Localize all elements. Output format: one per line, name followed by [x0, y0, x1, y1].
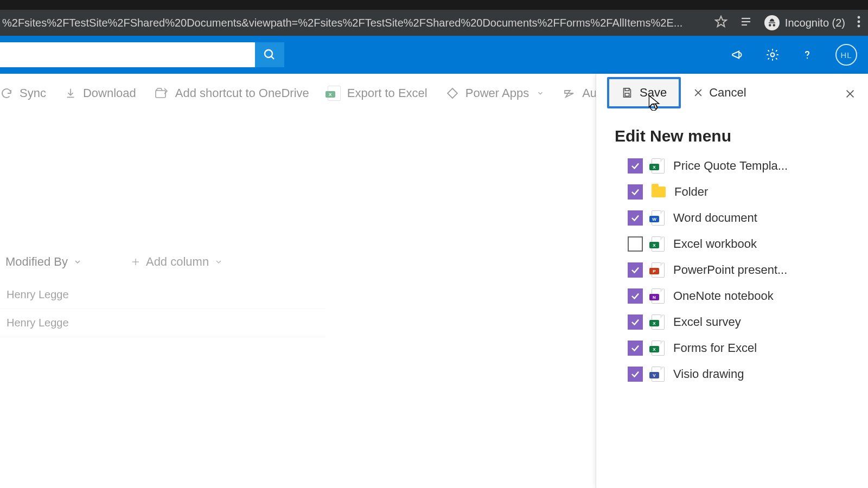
svg-rect-11	[156, 91, 165, 98]
checkbox[interactable]	[628, 210, 643, 226]
menu-item[interactable]: XPrice Quote Templa...	[628, 158, 852, 174]
checkbox[interactable]	[628, 341, 643, 356]
excel-icon: X	[652, 236, 665, 252]
close-icon	[844, 88, 856, 100]
menu-item[interactable]: VVisio drawing	[628, 367, 852, 382]
browser-address-bar: %2Fsites%2FTestSite%2FShared%20Documents…	[0, 10, 868, 36]
help-icon[interactable]	[795, 43, 819, 67]
menu-item-label: Word document	[673, 211, 757, 225]
menu-item-label: Visio drawing	[673, 367, 744, 381]
search-container	[0, 42, 284, 67]
page-content: Sync Download Add shortcut to OneDrive X…	[0, 74, 868, 488]
menu-item-label: PowerPoint present...	[673, 263, 787, 277]
cancel-icon	[693, 87, 704, 98]
browser-menu-icon[interactable]	[857, 16, 860, 30]
excel-icon: X	[652, 341, 665, 356]
menu-item-list: XPrice Quote Templa...FolderWWord docume…	[596, 158, 868, 382]
excel-icon: X	[328, 86, 341, 101]
suite-navigation-bar: HL	[0, 36, 868, 74]
ppt-icon: P	[652, 262, 665, 278]
menu-item[interactable]: XExcel workbook	[628, 236, 852, 252]
table-row[interactable]: Henry Legge	[0, 281, 326, 309]
menu-item[interactable]: NOneNote notebook	[628, 288, 852, 304]
menu-item-label: OneNote notebook	[673, 289, 774, 303]
svg-point-6	[858, 24, 860, 27]
folder-icon	[652, 187, 666, 197]
incognito-indicator[interactable]: Incognito (2)	[764, 15, 845, 30]
checkbox[interactable]	[628, 158, 643, 174]
incognito-label: Incognito (2)	[785, 17, 845, 29]
svg-rect-15	[625, 93, 629, 97]
browser-tab-strip	[0, 0, 868, 10]
checkbox[interactable]	[628, 184, 643, 200]
cmd-power-apps[interactable]: Power Apps	[446, 86, 544, 100]
cmd-add-shortcut[interactable]: Add shortcut to OneDrive	[155, 86, 309, 100]
svg-point-5	[858, 20, 860, 23]
save-button[interactable]: Save	[607, 77, 681, 108]
svg-point-10	[807, 57, 808, 59]
close-panel-button[interactable]	[841, 85, 859, 105]
edit-new-menu-panel: Save Cancel Edit New menu XPrice Quote T…	[596, 74, 868, 488]
svg-marker-0	[716, 16, 726, 27]
cmd-export-excel[interactable]: X Export to Excel	[328, 86, 427, 101]
onenote-icon: N	[652, 288, 665, 304]
svg-rect-14	[625, 88, 629, 91]
reading-list-icon[interactable]	[739, 15, 752, 31]
svg-point-7	[265, 50, 272, 57]
incognito-icon	[764, 15, 780, 30]
menu-item[interactable]: Folder	[628, 184, 852, 200]
add-column-button[interactable]: Add column	[131, 255, 223, 269]
search-button[interactable]	[255, 42, 284, 67]
checkbox[interactable]	[628, 262, 643, 278]
settings-gear-icon[interactable]	[761, 43, 784, 67]
menu-item-label: Folder	[674, 185, 708, 199]
menu-item-label: Excel workbook	[673, 237, 757, 251]
checkbox[interactable]	[628, 314, 643, 330]
menu-item[interactable]: XForms for Excel	[628, 341, 852, 356]
column-modified-by[interactable]: Modified By	[5, 255, 82, 269]
checkbox[interactable]	[628, 288, 643, 304]
user-avatar[interactable]: HL	[835, 44, 857, 66]
panel-toolbar: Save Cancel	[596, 74, 868, 112]
svg-line-8	[271, 56, 274, 59]
menu-item-label: Excel survey	[673, 315, 741, 329]
visio-icon: V	[652, 367, 665, 382]
checkbox[interactable]	[628, 367, 643, 382]
avatar-initials: HL	[840, 50, 852, 60]
menu-item-label: Price Quote Templa...	[673, 159, 788, 173]
excel-icon: X	[652, 314, 665, 330]
browser-url: %2Fsites%2FTestSite%2FShared%20Documents…	[0, 17, 704, 29]
table-row[interactable]: Henry Legge	[0, 309, 326, 337]
panel-title: Edit New menu	[596, 112, 868, 158]
menu-item[interactable]: WWord document	[628, 210, 852, 226]
checkbox[interactable]	[628, 236, 643, 252]
announcements-icon[interactable]	[726, 43, 750, 67]
cancel-button[interactable]: Cancel	[684, 78, 755, 107]
menu-item[interactable]: XExcel survey	[628, 314, 852, 330]
cmd-download[interactable]: Download	[65, 86, 136, 100]
search-input[interactable]	[0, 42, 255, 67]
menu-item[interactable]: PPowerPoint present...	[628, 262, 852, 278]
svg-point-4	[858, 16, 860, 18]
save-icon	[621, 87, 633, 99]
word-icon: W	[652, 210, 665, 226]
excel-icon: X	[652, 158, 665, 174]
menu-item-label: Forms for Excel	[673, 341, 757, 355]
svg-point-9	[771, 53, 775, 57]
bookmark-star-icon[interactable]	[714, 15, 727, 31]
cmd-sync[interactable]: Sync	[0, 86, 46, 100]
